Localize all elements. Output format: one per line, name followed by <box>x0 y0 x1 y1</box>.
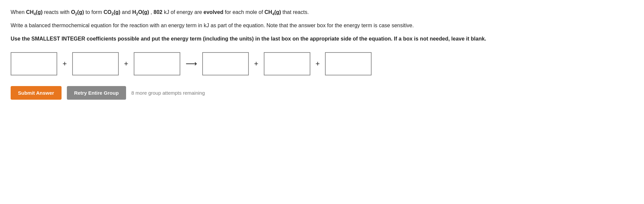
operator-plus-4: + <box>316 59 320 68</box>
submit-button[interactable]: Submit Answer <box>11 86 62 100</box>
operator-plus-3: + <box>254 59 258 68</box>
eq-box-5[interactable] <box>264 52 310 75</box>
operator-plus-1: + <box>63 59 67 68</box>
bold-instruction: Use the SMALLEST INTEGER coefficients po… <box>11 35 633 43</box>
eq-box-2[interactable] <box>72 52 119 75</box>
attempts-text: 8 more group attempts remaining <box>131 90 205 96</box>
eq-box-3[interactable] <box>134 52 180 75</box>
retry-button[interactable]: Retry Entire Group <box>67 86 126 100</box>
operator-plus-2: + <box>124 59 128 68</box>
problem-line2: Write a balanced thermochemical equation… <box>11 21 633 30</box>
eq-box-6[interactable] <box>325 52 372 75</box>
equation-row: + + ⟶ + + <box>11 52 633 75</box>
eq-box-4[interactable] <box>202 52 249 75</box>
reaction-arrow: ⟶ <box>186 59 197 68</box>
problem-line1: When CH4(g) reacts with O2(g) to form CO… <box>11 8 633 17</box>
button-row: Submit Answer Retry Entire Group 8 more … <box>11 86 633 100</box>
eq-box-1[interactable] <box>11 52 57 75</box>
